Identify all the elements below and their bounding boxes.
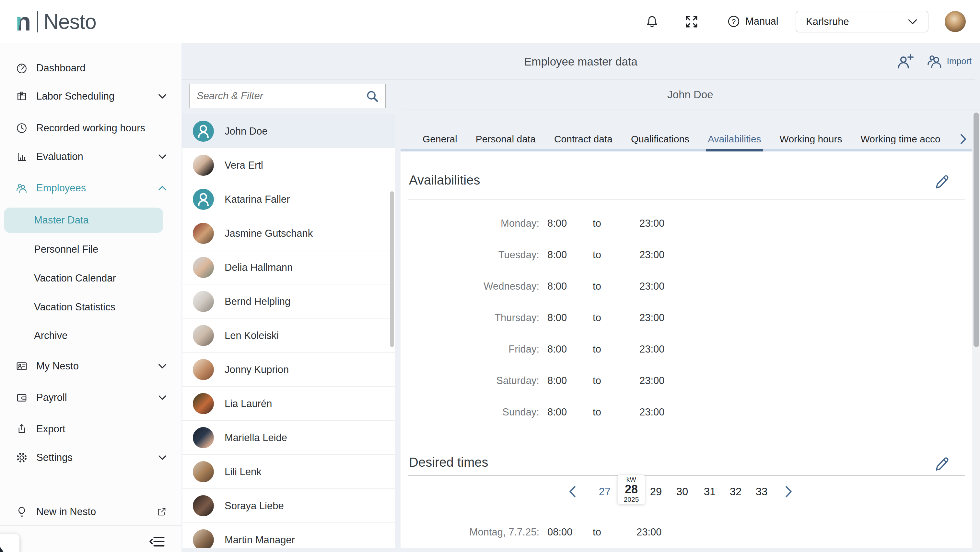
- sidebar-item-export[interactable]: Export: [0, 419, 181, 439]
- import-label: Import: [947, 56, 972, 67]
- tab-availabilities[interactable]: Availabilities: [708, 126, 761, 152]
- sidebar-item-personnel-file[interactable]: Personnel File: [0, 238, 181, 261]
- tabs-scroll-right-icon[interactable]: [959, 134, 967, 145]
- week-prev-icon[interactable]: [568, 485, 576, 498]
- employee-row[interactable]: Jasmine Gutschank: [183, 216, 395, 250]
- chevron-down-icon: [158, 455, 167, 461]
- sidebar-item-label: Archive: [34, 330, 67, 341]
- employee-photo: [193, 461, 214, 482]
- logo-divider: [37, 11, 38, 32]
- nesto-logo[interactable]: n Nesto: [16, 0, 96, 43]
- sidebar-item-label: Payroll: [36, 392, 67, 404]
- detail-title: John Doe: [401, 80, 980, 110]
- edit-desired-times-pencil-icon[interactable]: [932, 453, 950, 472]
- chevron-down-icon: [158, 395, 167, 400]
- employee-photo: [193, 529, 214, 548]
- logo-mark: n: [16, 9, 31, 34]
- employees-icon: [16, 182, 28, 194]
- week-next-icon[interactable]: [785, 485, 793, 498]
- edit-availabilities-pencil-icon[interactable]: [932, 171, 950, 190]
- search-input[interactable]: [197, 85, 362, 108]
- employee-row[interactable]: John Doe: [183, 114, 395, 148]
- sidebar-item-recorded-working-hours[interactable]: Recorded working hours: [0, 118, 181, 139]
- sidebar-item-label: Vacation Calendar: [34, 273, 116, 284]
- tab-general[interactable]: General: [423, 126, 457, 152]
- logo-wordmark: Nesto: [44, 10, 96, 34]
- chat-launcher[interactable]: [0, 534, 19, 552]
- tab-contract-data[interactable]: Contract data: [554, 126, 612, 152]
- manual-label: Manual: [745, 16, 778, 27]
- employee-row[interactable]: Vera Ertl: [183, 148, 395, 182]
- gear-icon: [16, 451, 28, 464]
- week-number: 28: [625, 483, 638, 496]
- sidebar-item-label: Recorded working hours: [36, 122, 145, 134]
- dashboard-icon: [16, 62, 28, 74]
- notifications-bell-icon[interactable]: [644, 14, 660, 29]
- sidebar-item-label: Master Data: [34, 214, 89, 226]
- import-button[interactable]: Import: [926, 53, 972, 70]
- location-value: Karlsruhe: [806, 16, 849, 27]
- employee-row[interactable]: Soraya Liebe: [183, 489, 395, 523]
- sidebar-item-label: Export: [36, 423, 65, 435]
- content-header: Employee master data Import: [181, 43, 980, 80]
- sidebar-item-master-data[interactable]: Master Data: [4, 207, 163, 233]
- sidebar-item-vacation-calendar[interactable]: Vacation Calendar: [0, 267, 181, 290]
- employee-row[interactable]: Len Koleiski: [183, 319, 395, 353]
- availabilities-heading: Availabilities: [409, 173, 480, 187]
- page-scrollbar[interactable]: [974, 113, 979, 347]
- week-selected[interactable]: kW 28 2025: [617, 474, 645, 504]
- desired-time-row: Montag, 7.7.25: 08:00 to 23:00: [401, 525, 757, 540]
- sidebar-footer-divider: [0, 525, 181, 526]
- add-employee-button[interactable]: [896, 53, 914, 71]
- sidebar-item-evaluation[interactable]: Evaluation: [0, 146, 181, 167]
- week-option[interactable]: 29: [644, 484, 667, 499]
- employee-row[interactable]: Delia Hallmann: [183, 250, 395, 284]
- employee-row[interactable]: Jonny Kuprion: [183, 353, 395, 387]
- sidebar-item-label: New in Nesto: [36, 506, 96, 518]
- week-year: 2025: [624, 496, 639, 503]
- employee-row[interactable]: Katarina Faller: [183, 182, 395, 216]
- sidebar-collapse-icon[interactable]: [148, 534, 165, 549]
- tab-working-hours[interactable]: Working hours: [780, 126, 842, 152]
- week-option[interactable]: 31: [698, 484, 721, 499]
- sidebar-item-payroll[interactable]: Payroll: [0, 387, 181, 408]
- location-dropdown[interactable]: Karlsruhe: [795, 11, 929, 32]
- employee-list-scrollbar[interactable]: [390, 191, 394, 347]
- sidebar-item-label: My Nesto: [36, 361, 79, 372]
- sidebar-item-label: Evaluation: [36, 151, 83, 163]
- sidebar-item-vacation-statistics[interactable]: Vacation Statistics: [0, 296, 181, 319]
- help-circle-icon: ?: [727, 14, 741, 29]
- search-icon[interactable]: [366, 89, 380, 104]
- sidebar-item-label: Personnel File: [34, 244, 98, 255]
- sidebar-item-dashboard[interactable]: Dashboard: [0, 58, 181, 78]
- section-divider: [408, 475, 965, 476]
- sidebar-item-labor-scheduling[interactable]: Labor Scheduling: [0, 86, 181, 107]
- user-avatar[interactable]: [945, 11, 966, 32]
- sidebar-item-archive[interactable]: Archive: [0, 324, 181, 347]
- search-filter-box: [189, 84, 386, 108]
- tab-qualifications[interactable]: Qualifications: [631, 126, 689, 152]
- sidebar-item-label: Vacation Statistics: [34, 301, 115, 313]
- sidebar-item-employees[interactable]: Employees: [0, 178, 181, 198]
- sidebar-item-settings[interactable]: Settings: [0, 447, 181, 468]
- employee-row[interactable]: Martin Manager: [183, 523, 395, 548]
- fullscreen-icon[interactable]: [684, 14, 699, 29]
- employee-row[interactable]: Lili Lenk: [183, 455, 395, 489]
- tab-personal-data[interactable]: Personal data: [476, 126, 536, 152]
- tab-working-time-accounts[interactable]: Working time acco: [861, 126, 940, 152]
- week-option[interactable]: 27: [593, 484, 616, 499]
- chevron-down-icon: [158, 93, 167, 99]
- availability-row: Thursday: 8:00 to 23:00: [401, 310, 757, 325]
- week-option[interactable]: 33: [750, 484, 773, 499]
- lightbulb-icon: [16, 506, 28, 518]
- chevron-down-icon: [908, 19, 918, 25]
- week-option[interactable]: 30: [671, 484, 694, 499]
- week-option[interactable]: 32: [724, 484, 747, 499]
- employee-row[interactable]: Lia Laurén: [183, 387, 395, 421]
- sidebar-item-my-nesto[interactable]: My Nesto: [0, 356, 181, 377]
- employee-row[interactable]: Mariella Leide: [183, 421, 395, 455]
- manual-help-link[interactable]: ? Manual: [727, 14, 778, 29]
- sidebar-item-new-in-nesto[interactable]: New in Nesto: [0, 501, 181, 522]
- employee-row[interactable]: Bernd Helpling: [183, 284, 395, 319]
- sidebar-item-label: Labor Scheduling: [36, 91, 115, 102]
